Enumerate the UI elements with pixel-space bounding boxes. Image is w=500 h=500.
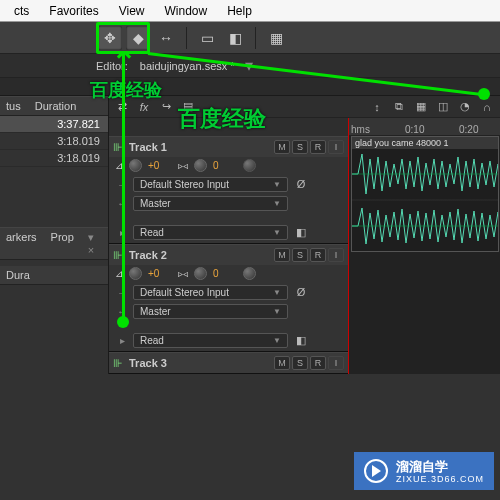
main-content: tus Duration 3:37.821 3:18.019 3:18.019 … xyxy=(0,96,500,374)
solo-button[interactable]: S xyxy=(292,140,308,154)
tool-icon[interactable]: ▦ xyxy=(412,98,430,116)
solo-button[interactable]: S xyxy=(292,356,308,370)
annotation-dot xyxy=(117,316,129,328)
files-panel-header: tus Duration xyxy=(0,96,108,116)
col-status[interactable]: tus xyxy=(6,100,21,112)
track-name[interactable]: Track 2 xyxy=(129,249,268,261)
tool-icon[interactable]: ↕ xyxy=(368,98,386,116)
tool-icon[interactable]: ◧ xyxy=(292,223,310,241)
menu-favorites[interactable]: Favorites xyxy=(39,2,108,20)
volume-icon: ⊿ xyxy=(115,268,123,279)
tab-properties[interactable]: Prop xyxy=(51,231,74,256)
audio-clip[interactable]: glad you came 48000 1 xyxy=(351,136,499,252)
tracks-panel: ⇄ fx ↪ ▤ ↕ ⧉ ▦ ◫ ◔ ∩ ⊪ Track 1 xyxy=(108,96,500,374)
input-monitor-button[interactable]: I xyxy=(328,248,344,262)
volume-icon: ⊿ xyxy=(115,160,123,171)
tool-icon[interactable]: ◧ xyxy=(223,26,247,50)
pan-value[interactable]: 0 xyxy=(213,160,237,171)
track: ⊪ Track 1 M S R I ⊿ +0 xyxy=(109,136,348,244)
fx-icon[interactable]: fx xyxy=(135,98,153,116)
input-monitor-button[interactable]: I xyxy=(328,140,344,154)
input-value: Default Stereo Input xyxy=(140,287,229,298)
output-value: Master xyxy=(140,198,171,209)
automation-value: Read xyxy=(140,227,164,238)
tool-icon[interactable]: ◫ xyxy=(434,98,452,116)
snap-icon[interactable]: ⧉ xyxy=(390,98,408,116)
input-select[interactable]: Default Stereo Input▼ xyxy=(133,285,288,300)
automation-arrow-icon[interactable]: ▸ xyxy=(115,335,129,346)
tab-markers[interactable]: arkers xyxy=(6,231,37,256)
play-icon xyxy=(364,459,388,483)
list-item[interactable]: 3:18.019 xyxy=(0,150,108,167)
annotation-dot xyxy=(478,88,490,100)
tool-icon[interactable]: ▦ xyxy=(264,26,288,50)
send-icon[interactable]: ↪ xyxy=(157,98,175,116)
volume-knob[interactable] xyxy=(129,159,142,172)
pan-knob[interactable] xyxy=(194,159,207,172)
move-tool-icon[interactable]: ✥ xyxy=(98,26,122,50)
razor-tool-icon[interactable]: ◆ xyxy=(126,26,150,50)
record-button[interactable]: R xyxy=(310,140,326,154)
files-list: 3:37.821 3:18.019 3:18.019 xyxy=(0,116,108,167)
input-select[interactable]: Default Stereo Input▼ xyxy=(133,177,288,192)
mute-button[interactable]: M xyxy=(274,248,290,262)
automation-select[interactable]: Read▼ xyxy=(133,225,288,240)
ruler-tick: 0:10 xyxy=(405,124,429,135)
track-name[interactable]: Track 1 xyxy=(129,141,268,153)
dropdown-arrow-icon[interactable]: ▾ xyxy=(245,56,253,75)
knob[interactable] xyxy=(243,159,256,172)
tool-icon[interactable]: ▭ xyxy=(195,26,219,50)
list-item[interactable]: 3:37.821 xyxy=(0,116,108,133)
menu-effects[interactable]: cts xyxy=(4,2,39,20)
volume-value[interactable]: +0 xyxy=(148,160,172,171)
editor-filename[interactable]: baidujingyan.sesx * xyxy=(134,60,241,72)
automation-arrow-icon[interactable]: ▸ xyxy=(115,227,129,238)
menu-help[interactable]: Help xyxy=(217,2,262,20)
automation-value: Read xyxy=(140,335,164,346)
track-headers: ⊪ Track 1 M S R I ⊿ +0 xyxy=(109,118,348,374)
list-item[interactable]: 3:18.019 xyxy=(0,133,108,150)
col-duration2[interactable]: Dura xyxy=(6,269,30,281)
metronome-icon[interactable]: ◔ xyxy=(456,98,474,116)
menu-view[interactable]: View xyxy=(109,2,155,20)
headphone-icon[interactable]: ∩ xyxy=(478,98,496,116)
output-select[interactable]: Master▼ xyxy=(133,196,288,211)
input-value: Default Stereo Input xyxy=(140,179,229,190)
output-select[interactable]: Master▼ xyxy=(133,304,288,319)
record-button[interactable]: R xyxy=(310,248,326,262)
input-arrow-icon: → xyxy=(115,287,129,298)
output-arrow-icon: ← xyxy=(115,198,129,209)
pan-value[interactable]: 0 xyxy=(213,268,237,279)
mute-button[interactable]: M xyxy=(274,356,290,370)
timeline[interactable]: hms 0:10 0:20 0:30 glad you came 48000 1 xyxy=(348,118,500,374)
track-icon: ⊪ xyxy=(113,249,123,262)
input-monitor-button[interactable]: I xyxy=(328,356,344,370)
pan-knob[interactable] xyxy=(194,267,207,280)
solo-button[interactable]: S xyxy=(292,248,308,262)
watermark-brand: 溜溜自学 xyxy=(396,459,448,474)
main-toolbar: ✥ ◆ ↔ ▭ ◧ ▦ xyxy=(0,22,500,54)
automation-select[interactable]: Read▼ xyxy=(133,333,288,348)
slip-tool-icon[interactable]: ↔ xyxy=(154,26,178,50)
col-duration[interactable]: Duration xyxy=(35,100,77,112)
left-column: tus Duration 3:37.821 3:18.019 3:18.019 … xyxy=(0,96,108,374)
ruler-unit: hms xyxy=(351,124,375,135)
menu-window[interactable]: Window xyxy=(155,2,218,20)
stereo-icon[interactable]: Ø xyxy=(292,175,310,193)
tool-icon[interactable]: ⇄ xyxy=(113,98,131,116)
knob[interactable] xyxy=(243,267,256,280)
time-ruler[interactable]: hms 0:10 0:20 0:30 xyxy=(349,118,500,136)
stereo-icon[interactable]: Ø xyxy=(292,283,310,301)
ruler-tick: 0:20 xyxy=(459,124,483,135)
track: ⊪ Track 2 M S R I ⊿ +0 xyxy=(109,244,348,352)
tool-icon[interactable]: ▤ xyxy=(179,98,197,116)
pan-icon: ▹◃ xyxy=(178,268,188,279)
clip-label: glad you came 48000 1 xyxy=(352,137,498,149)
record-button[interactable]: R xyxy=(310,356,326,370)
track-name[interactable]: Track 3 xyxy=(129,357,268,369)
volume-knob[interactable] xyxy=(129,267,142,280)
mute-button[interactable]: M xyxy=(274,140,290,154)
volume-value[interactable]: +0 xyxy=(148,268,172,279)
tool-icon[interactable]: ◧ xyxy=(292,331,310,349)
track-toolbar: ⇄ fx ↪ ▤ ↕ ⧉ ▦ ◫ ◔ ∩ xyxy=(109,96,500,118)
